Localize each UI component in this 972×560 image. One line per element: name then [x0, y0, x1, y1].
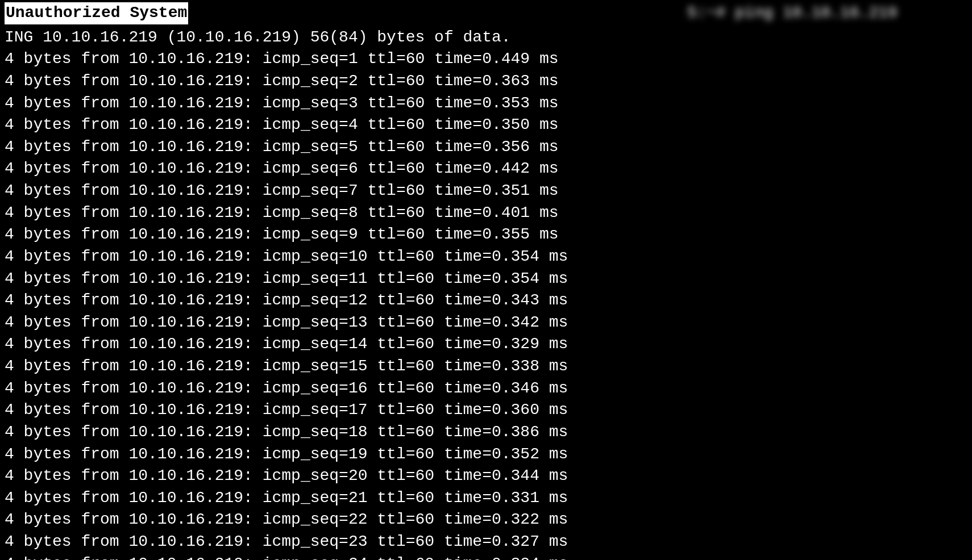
title-blurred-text: 5:~# ping 10.10.16.219 — [190, 2, 967, 24]
ping-reply-line: 4 bytes from 10.10.16.219: icmp_seq=22 t… — [5, 509, 967, 531]
ping-reply-line: 4 bytes from 10.10.16.219: icmp_seq=15 t… — [5, 356, 967, 378]
ping-reply-line: 4 bytes from 10.10.16.219: icmp_seq=17 t… — [5, 399, 967, 421]
ping-reply-line: 4 bytes from 10.10.16.219: icmp_seq=6 tt… — [5, 158, 967, 180]
ping-reply-line: 4 bytes from 10.10.16.219: icmp_seq=19 t… — [5, 444, 967, 466]
ping-reply-line: 4 bytes from 10.10.16.219: icmp_seq=10 t… — [5, 246, 967, 268]
ping-reply-line: 4 bytes from 10.10.16.219: icmp_seq=16 t… — [5, 378, 967, 400]
ping-reply-line: 4 bytes from 10.10.16.219: icmp_seq=7 tt… — [5, 180, 967, 202]
ping-lines-container: 4 bytes from 10.10.16.219: icmp_seq=1 tt… — [5, 48, 967, 560]
ping-reply-line: 4 bytes from 10.10.16.219: icmp_seq=14 t… — [5, 333, 967, 356]
ping-reply-line: 4 bytes from 10.10.16.219: icmp_seq=18 t… — [5, 421, 967, 444]
ping-reply-line: 4 bytes from 10.10.16.219: icmp_seq=20 t… — [5, 465, 967, 487]
ping-header-line: ING 10.10.16.219 (10.10.16.219) 56(84) b… — [5, 27, 967, 49]
ping-reply-line: 4 bytes from 10.10.16.219: icmp_seq=3 tt… — [5, 93, 967, 115]
ping-reply-line: 4 bytes from 10.10.16.219: icmp_seq=8 tt… — [5, 202, 967, 224]
terminal-output: ING 10.10.16.219 (10.10.16.219) 56(84) b… — [0, 27, 972, 560]
ping-reply-line: 4 bytes from 10.10.16.219: icmp_seq=12 t… — [5, 290, 967, 312]
ping-reply-line: 4 bytes from 10.10.16.219: icmp_seq=4 tt… — [5, 114, 967, 136]
ping-reply-line: 4 bytes from 10.10.16.219: icmp_seq=5 tt… — [5, 136, 967, 158]
ping-reply-line: 4 bytes from 10.10.16.219: icmp_seq=1 tt… — [5, 48, 967, 70]
ping-reply-line: 4 bytes from 10.10.16.219: icmp_seq=13 t… — [5, 312, 967, 334]
title-highlighted-text: Unauthorized System — [5, 2, 188, 24]
terminal-title-bar: Unauthorized System 5:~# ping 10.10.16.2… — [0, 0, 972, 27]
ping-reply-line: 4 bytes from 10.10.16.219: icmp_seq=9 tt… — [5, 224, 967, 246]
ping-reply-line: 4 bytes from 10.10.16.219: icmp_seq=11 t… — [5, 268, 967, 290]
ping-reply-line: 4 bytes from 10.10.16.219: icmp_seq=23 t… — [5, 531, 967, 553]
ping-reply-line: 4 bytes from 10.10.16.219: icmp_seq=24 t… — [5, 553, 967, 560]
terminal-window: Unauthorized System 5:~# ping 10.10.16.2… — [0, 0, 972, 560]
ping-reply-line: 4 bytes from 10.10.16.219: icmp_seq=21 t… — [5, 487, 967, 509]
ping-reply-line: 4 bytes from 10.10.16.219: icmp_seq=2 tt… — [5, 70, 967, 93]
